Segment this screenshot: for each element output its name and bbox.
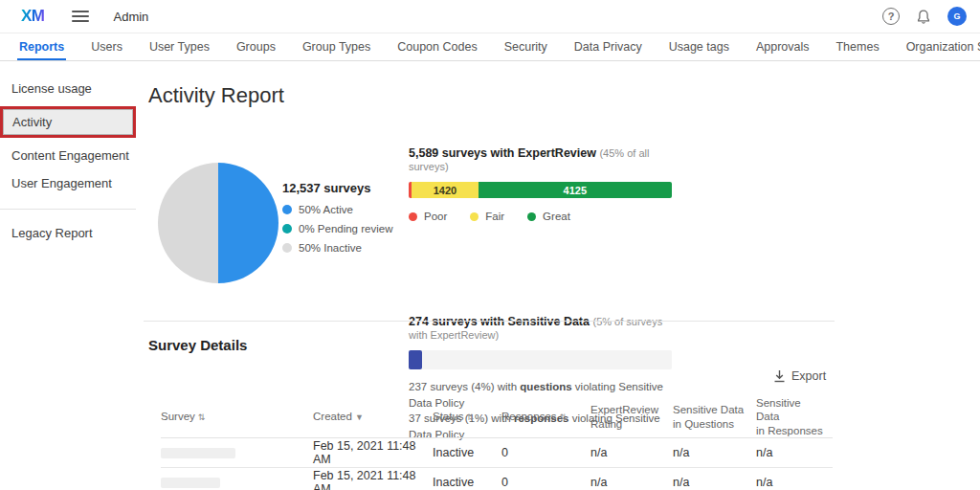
sd-questions-cell: n/a: [673, 446, 756, 459]
table-row[interactable]: Feb 15, 2021 11:48 AM Inactive 0 n/a n/a…: [161, 468, 833, 490]
sort-desc-icon[interactable]: ▼: [355, 412, 364, 422]
tab-groups[interactable]: Groups: [223, 33, 289, 60]
fair-legend-dot-icon: [470, 212, 479, 221]
status-cell: Inactive: [433, 446, 501, 459]
column-header-status[interactable]: Status⇅: [433, 410, 501, 423]
bar-segment-great: 4125: [479, 182, 672, 198]
tab-usage-tags[interactable]: Usage tags: [656, 33, 743, 60]
sensitive-data-bar-fill: [409, 350, 422, 369]
notifications-bell-icon[interactable]: [916, 9, 931, 25]
sd-responses-cell: n/a: [756, 446, 833, 459]
tab-approvals[interactable]: Approvals: [743, 33, 823, 60]
tab-reports[interactable]: Reports: [6, 33, 78, 60]
help-icon[interactable]: ?: [882, 8, 900, 25]
column-header-survey[interactable]: Survey⇅: [161, 410, 313, 423]
sidebar-item-activity[interactable]: Activity: [3, 109, 133, 135]
export-label: Export: [791, 369, 826, 383]
fair-legend-label: Fair: [485, 211, 504, 222]
table-header-row: Survey⇅ Created▼ Status⇅ Responses⇅ Expe…: [161, 396, 833, 438]
tab-organization-settings[interactable]: Organization Settings: [893, 33, 980, 60]
survey-details-heading: Survey Details: [148, 337, 247, 353]
great-legend-dot-icon: [527, 212, 536, 221]
section-divider: [144, 321, 835, 322]
inactive-legend-label: 50% Inactive: [299, 242, 362, 254]
sidebar-item-content-engagement[interactable]: Content Engagement: [0, 142, 136, 169]
top-bar: XM Admin ? G: [0, 0, 980, 33]
sidebar-divider: [0, 209, 136, 210]
export-button[interactable]: Export: [773, 369, 826, 383]
main-content: Activity Report 12,537 surveys 50% Activ…: [145, 61, 980, 490]
column-header-sensitive-responses: Sensitive Datain Responses: [756, 396, 833, 437]
er-rating-cell: n/a: [590, 476, 673, 489]
tab-user-types[interactable]: User Types: [136, 33, 223, 60]
sort-icon[interactable]: ⇅: [560, 412, 568, 422]
xm-logo[interactable]: XM: [21, 7, 45, 26]
page-context-title: Admin: [114, 10, 149, 24]
sidebar-item-legacy-report[interactable]: Legacy Report: [0, 219, 136, 247]
total-surveys-label: 12,537 surveys: [282, 181, 392, 195]
column-header-sensitive-questions: Sensitive Datain Questions: [673, 403, 756, 431]
inactive-legend-dot-icon: [282, 243, 292, 253]
created-cell: Feb 15, 2021 11:48 AM: [313, 469, 433, 490]
tab-coupon-codes[interactable]: Coupon Codes: [384, 33, 490, 60]
sidebar-item-user-engagement[interactable]: User Engagement: [0, 169, 136, 197]
pending-legend-label: 0% Pending review: [299, 223, 392, 234]
sort-icon[interactable]: ⇅: [467, 412, 475, 422]
expert-review-stacked-bar: 1420 4125: [409, 182, 672, 198]
column-header-created[interactable]: Created▼: [313, 410, 433, 423]
sensitive-data-bar: [409, 350, 672, 369]
active-legend-dot-icon: [282, 205, 292, 214]
tab-users[interactable]: Users: [78, 33, 136, 60]
responses-cell: 0: [501, 446, 590, 459]
expert-review-block: 5,589 surveys with ExpertReview (45% of …: [409, 146, 672, 222]
great-legend-label: Great: [543, 211, 570, 222]
tab-data-privacy[interactable]: Data Privacy: [561, 33, 656, 60]
column-header-expertreview-rating: ExpertReviewRating: [590, 403, 673, 431]
surveys-pie-chart: [158, 163, 278, 283]
sensitive-data-title: 274 surveys with Sensitive Data: [409, 315, 590, 328]
expert-review-title: 5,589 surveys with ExpertReview: [409, 146, 596, 160]
column-header-responses[interactable]: Responses⇅: [501, 410, 590, 423]
redacted-survey-name: [161, 448, 235, 458]
sd-responses-cell: n/a: [756, 476, 833, 489]
tab-themes[interactable]: Themes: [822, 33, 892, 60]
admin-tab-bar: Reports Users User Types Groups Group Ty…: [0, 33, 980, 61]
reports-sidebar: License usage Activity Content Engagemen…: [0, 61, 136, 490]
survey-details-table: Survey⇅ Created▼ Status⇅ Responses⇅ Expe…: [161, 396, 833, 490]
table-row[interactable]: Feb 15, 2021 11:48 AM Inactive 0 n/a n/a…: [161, 438, 833, 468]
redacted-survey-name: [161, 478, 220, 488]
sd-questions-cell: n/a: [673, 476, 756, 489]
poor-legend-dot-icon: [409, 212, 417, 221]
user-avatar[interactable]: G: [947, 7, 967, 26]
status-cell: Inactive: [433, 476, 501, 489]
created-cell: Feb 15, 2021 11:48 AM: [313, 439, 433, 466]
active-legend-label: 50% Active: [299, 204, 353, 215]
tab-security[interactable]: Security: [491, 33, 561, 60]
page-title: Activity Report: [148, 83, 284, 108]
admin-page: XM Admin ? G Reports Users User Types Gr…: [0, 0, 980, 490]
pie-legend: 12,537 surveys 50% Active 0% Pending rev…: [282, 181, 392, 261]
poor-legend-label: Poor: [424, 211, 447, 222]
activity-annotation-box: Activity: [0, 106, 136, 138]
responses-cell: 0: [501, 476, 590, 489]
sort-icon[interactable]: ⇅: [198, 412, 206, 422]
bar-segment-fair: 1420: [412, 182, 478, 198]
sidebar-item-license-usage[interactable]: License usage: [0, 75, 136, 102]
expert-review-legend: Poor Fair Great: [409, 211, 672, 222]
er-rating-cell: n/a: [590, 446, 673, 459]
tab-group-types[interactable]: Group Types: [289, 33, 384, 60]
pending-legend-dot-icon: [282, 224, 292, 234]
download-icon: [773, 369, 786, 383]
hamburger-menu-icon[interactable]: [72, 11, 89, 22]
